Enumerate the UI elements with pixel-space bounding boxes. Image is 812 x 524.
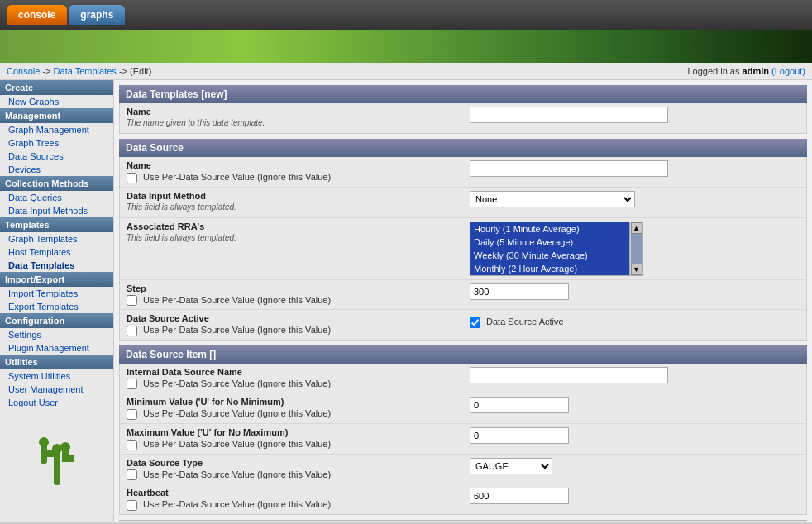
step-checkbox-label: Use Per-Data Source Value (Ignore this V… — [143, 295, 331, 305]
rra-item-hourly[interactable]: Hourly (1 Minute Average) — [470, 222, 629, 236]
ds-active-value-row: Data Source Active — [470, 317, 564, 326]
sidebar-item-host-templates[interactable]: Host Templates — [0, 245, 113, 259]
sidebar-item-import-templates[interactable]: Import Templates — [0, 287, 113, 300]
min-value-checkbox[interactable] — [127, 409, 137, 420]
rra-scrollbar[interactable]: ▲ ▼ — [629, 222, 642, 275]
breadcrumb-console[interactable]: Console — [7, 66, 40, 76]
ds-active-label: Data Source Active — [127, 313, 456, 323]
data-source-header: Data Source — [119, 139, 807, 157]
internal-name-label: Internal Data Source Name — [127, 367, 456, 377]
sidebar-header-utilities: Utilities — [0, 355, 113, 369]
sidebar-item-plugin-management[interactable]: Plugin Management — [0, 341, 113, 355]
svg-point-7 — [39, 437, 49, 447]
data-input-method-desc: This field is always templated. — [127, 202, 456, 212]
console-nav-btn[interactable]: console — [7, 5, 67, 25]
ds-type-label: Data Source Type — [127, 458, 456, 468]
ds-active-checkbox-row: Use Per-Data Source Value (Ignore this V… — [127, 325, 331, 335]
ds-active-row: Data Source Active Use Per-Data Source V… — [120, 310, 806, 340]
sidebar-item-export-templates[interactable]: Export Templates — [0, 300, 113, 313]
cactus-icon — [32, 426, 82, 492]
ds-type-select[interactable]: GAUGE COUNTER DERIVE ABSOLUTE — [470, 458, 552, 474]
sidebar-item-graph-management[interactable]: Graph Management — [0, 123, 113, 136]
rra-item-weekly[interactable]: Weekly (30 Minute Average) — [470, 249, 629, 262]
logged-in-info: Logged in as admin (Logout) — [687, 66, 805, 76]
ds-active-value-checkbox[interactable] — [470, 317, 480, 328]
step-label: Step — [127, 283, 456, 293]
sidebar-header-import-export: Import/Export — [0, 272, 113, 287]
breadcrumb-sep2: -> — [119, 66, 130, 76]
ds-active-per-source-checkbox[interactable] — [127, 326, 137, 336]
data-templates-body: Name The name given to this data templat… — [119, 103, 807, 134]
sidebar-item-system-utilities[interactable]: System Utilities — [0, 369, 113, 383]
graphs-nav-btn[interactable]: graphs — [69, 5, 125, 25]
ds-name-checkbox[interactable] — [127, 173, 137, 183]
svg-point-8 — [60, 442, 70, 452]
sidebar-item-data-sources[interactable]: Data Sources — [0, 150, 113, 163]
ds-type-checkbox-label: Use Per-Data Source Value (Ignore this V… — [143, 469, 331, 479]
max-value-checkbox-label: Use Per-Data Source Value (Ignore this V… — [143, 439, 331, 449]
max-value-input[interactable] — [470, 427, 569, 444]
rra-item-monthly[interactable]: Monthly (2 Hour Average) — [470, 262, 629, 275]
breadcrumb-data-templates[interactable]: Data Templates — [54, 66, 117, 76]
rras-row: Associated RRA's This field is always te… — [120, 218, 806, 280]
sidebar-item-graph-trees[interactable]: Graph Trees — [0, 136, 113, 150]
heartbeat-checkbox-label: Use Per-Data Source Value (Ignore this V… — [143, 499, 331, 509]
min-value-label: Minimum Value ('U' for No Minimum) — [127, 397, 456, 407]
sidebar-item-settings[interactable]: Settings — [0, 328, 113, 341]
step-input[interactable] — [470, 283, 569, 300]
min-value-checkbox-label: Use Per-Data Source Value (Ignore this V… — [143, 408, 331, 418]
name-desc: The name given to this data template. — [127, 118, 456, 127]
internal-name-row: Internal Data Source Name Use Per-Data S… — [120, 364, 806, 394]
sidebar-item-devices[interactable]: Devices — [0, 163, 113, 176]
ds-name-checkbox-label: Use Per-Data Source Value (Ignore this V… — [143, 172, 331, 182]
ds-active-value-label: Data Source Active — [486, 317, 564, 326]
step-row: Step Use Per-Data Source Value (Ignore t… — [120, 280, 806, 311]
rras-desc: This field is always templated. — [127, 233, 456, 242]
ds-type-row: Data Source Type Use Per-Data Source Val… — [120, 455, 806, 485]
rra-item-daily[interactable]: Daily (5 Minute Average) — [470, 236, 629, 249]
sidebar-header-create: Create — [0, 80, 113, 95]
sidebar-item-logout-user[interactable]: Logout User — [0, 396, 113, 409]
sidebar-item-data-templates[interactable]: Data Templates — [0, 259, 113, 272]
scroll-up-arrow[interactable]: ▲ — [631, 222, 642, 234]
breadcrumb-edit: (Edit) — [130, 66, 151, 76]
logged-in-user: admin — [743, 66, 769, 76]
sidebar-item-user-management[interactable]: User Management — [0, 383, 113, 396]
ds-name-checkbox-row: Use Per-Data Source Value (Ignore this V… — [127, 172, 331, 182]
sidebar-header-management: Management — [0, 108, 113, 123]
sidebar-item-new-graphs[interactable]: New Graphs — [0, 95, 113, 108]
data-input-method-select[interactable]: None — [470, 191, 635, 207]
min-value-row: Minimum Value ('U' for No Minimum) Use P… — [120, 393, 806, 424]
breadcrumb-sep1: -> — [42, 66, 53, 76]
max-value-checkbox[interactable] — [127, 440, 137, 450]
data-source-body: Name Use Per-Data Source Value (Ignore t… — [119, 157, 807, 341]
sidebar-item-data-queries[interactable]: Data Queries — [0, 191, 113, 204]
min-value-input[interactable] — [470, 397, 569, 413]
rras-label: Associated RRA's — [127, 222, 456, 231]
ds-name-input[interactable] — [470, 160, 668, 177]
heartbeat-row: Heartbeat Use Per-Data Source Value (Ign… — [120, 484, 806, 514]
heartbeat-checkbox[interactable] — [127, 500, 137, 511]
logout-link[interactable]: (Logout) — [771, 66, 805, 76]
top-banner — [0, 30, 812, 63]
ds-name-row: Name Use Per-Data Source Value (Ignore t… — [120, 157, 806, 188]
step-checkbox[interactable] — [127, 295, 137, 306]
ds-name-label: Name — [127, 160, 456, 170]
heartbeat-input[interactable] — [470, 488, 569, 504]
sidebar-logo — [0, 417, 113, 502]
name-row: Name The name given to this data templat… — [120, 103, 806, 133]
rra-list: Hourly (1 Minute Average) Daily (5 Minut… — [470, 222, 629, 275]
breadcrumb-bar: Console -> Data Templates -> (Edit) Logg… — [0, 63, 812, 80]
internal-name-checkbox-label: Use Per-Data Source Value (Ignore this V… — [143, 379, 331, 388]
internal-name-checkbox[interactable] — [127, 379, 137, 389]
template-name-input[interactable] — [470, 107, 668, 123]
ds-type-checkbox[interactable] — [127, 469, 137, 480]
sidebar-header-templates: Templates — [0, 217, 113, 232]
scroll-down-arrow[interactable]: ▼ — [631, 264, 642, 275]
rra-listbox[interactable]: Hourly (1 Minute Average) Daily (5 Minut… — [470, 222, 643, 276]
max-value-label: Maximum Value ('U' for No Maximum) — [127, 427, 456, 437]
heartbeat-label: Heartbeat — [127, 488, 456, 498]
internal-name-input[interactable] — [470, 367, 668, 383]
sidebar-item-graph-templates[interactable]: Graph Templates — [0, 232, 113, 245]
sidebar-item-data-input-methods[interactable]: Data Input Methods — [0, 204, 113, 217]
